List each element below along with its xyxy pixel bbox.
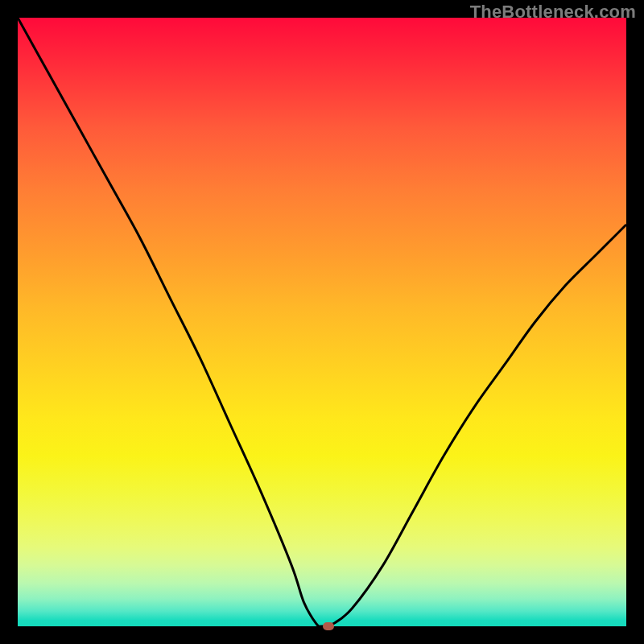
- chart-frame: TheBottleneck.com: [0, 0, 644, 644]
- plot-area: [18, 18, 626, 626]
- bottleneck-curve: [18, 18, 626, 626]
- watermark-label: TheBottleneck.com: [470, 2, 636, 23]
- optimal-point-marker: [323, 622, 334, 630]
